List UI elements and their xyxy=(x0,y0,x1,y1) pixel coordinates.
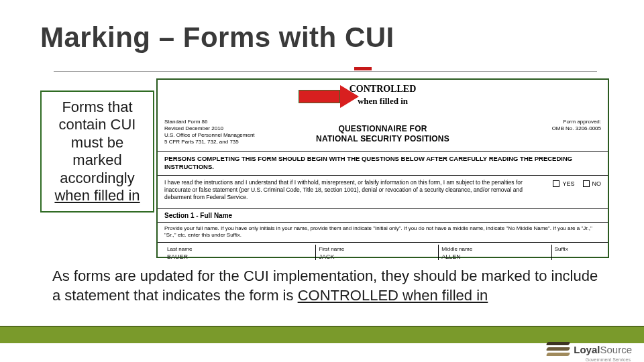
callout-line: contain CUI xyxy=(46,116,149,133)
checkbox-icon xyxy=(553,180,559,187)
divider xyxy=(158,151,608,152)
form-header: QUESTIONNAIRE FOR NATIONAL SECURITY POSI… xyxy=(316,124,449,144)
meta-line: Standard Form 86 xyxy=(164,119,255,125)
callout-line: accordingly xyxy=(46,170,149,187)
meta-line: Revised December 2010 xyxy=(164,125,255,132)
divider xyxy=(158,242,608,243)
instruction-banner: PERSONS COMPLETING THIS FORM SHOULD BEGI… xyxy=(164,155,601,172)
field-value: BAUER xyxy=(167,253,313,260)
controlled-label: CONTROLLED xyxy=(350,84,417,95)
checkbox-icon xyxy=(583,180,590,187)
callout-line: must be xyxy=(46,134,149,152)
meta-line: 5 CFR Parts 731, 732, and 735 xyxy=(164,139,255,145)
sample-form: CONTROLLED when filled in Standard Form … xyxy=(156,78,609,258)
yes-no-group: YES NO xyxy=(553,180,601,187)
logo-light: Source xyxy=(600,344,632,355)
divider xyxy=(158,208,608,209)
callout-line-underlined: when filled in xyxy=(46,187,149,204)
suffix-cell: Suffix xyxy=(552,245,601,260)
callout-line: Forms that xyxy=(46,99,149,116)
field-label: First name xyxy=(319,246,435,252)
field-value: ALLEN xyxy=(441,253,548,260)
divider xyxy=(158,222,608,223)
form-header-line: NATIONAL SECURITY POSITIONS xyxy=(316,134,449,144)
yes-label: YES xyxy=(562,180,574,187)
logo-bold: Loyal xyxy=(574,344,600,355)
slide-title: Marking – Forms with CUI xyxy=(40,21,394,54)
red-tick xyxy=(354,67,372,70)
no-label: NO xyxy=(592,180,602,187)
name-fields: Last name BAUER First name JACK Middle n… xyxy=(164,245,601,260)
first-name-cell: First name JACK xyxy=(316,245,439,260)
form-meta-right: Form approved: OMB No. 3206-0005 xyxy=(552,119,601,132)
logo-text: LoyalSource xyxy=(574,344,632,355)
logo-subtext: Government Services xyxy=(586,357,631,362)
form-header-line: QUESTIONNAIRE FOR xyxy=(316,124,449,134)
field-label: Last name xyxy=(167,246,313,252)
bottom-text-underlined: CONTROLLED when filled in xyxy=(298,287,488,304)
when-filled-label: when filled in xyxy=(350,96,417,107)
no-checkbox[interactable]: NO xyxy=(583,180,602,187)
field-label: Suffix xyxy=(555,246,598,252)
middle-name-cell: Middle name ALLEN xyxy=(439,245,551,260)
title-underline xyxy=(54,71,597,72)
divider xyxy=(158,175,608,176)
form-meta-left: Standard Form 86 Revised December 2010 U… xyxy=(164,119,255,145)
controlled-marking: CONTROLLED when filled in xyxy=(350,84,417,107)
bottom-paragraph: As forms are updated for the CUI impleme… xyxy=(52,267,608,305)
callout-box: Forms that contain CUI must be marked ac… xyxy=(40,90,154,213)
field-value: JACK xyxy=(319,253,435,260)
last-name-cell: Last name BAUER xyxy=(164,245,316,260)
slide-root: Marking – Forms with CUI Forms that cont… xyxy=(0,0,644,362)
meta-line: U.S. Office of Personnel Management xyxy=(164,132,255,139)
field-label: Middle name xyxy=(441,246,548,252)
callout-line: marked xyxy=(46,152,149,169)
section-1-label: Section 1 - Full Name xyxy=(164,212,232,219)
brand-logo: LoyalSource xyxy=(547,341,632,358)
yes-checkbox[interactable]: YES xyxy=(553,180,574,187)
meta-line: OMB No. 3206-0005 xyxy=(552,125,601,132)
meta-line: Form approved: xyxy=(552,119,601,125)
logo-mark-icon xyxy=(547,341,570,358)
acknowledgement-text: I have read the instructions and I under… xyxy=(164,179,527,201)
section-1-instructions: Provide your full name. If you have only… xyxy=(164,225,601,239)
